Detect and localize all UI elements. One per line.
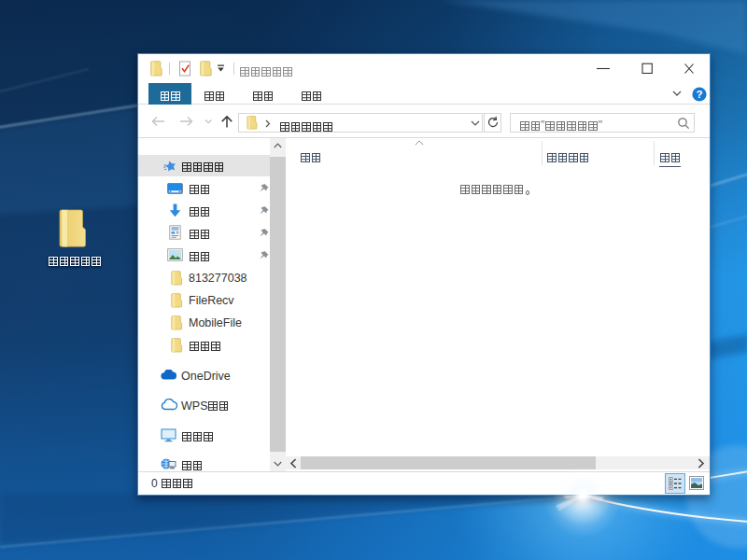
svg-text:?: ?: [696, 89, 702, 100]
